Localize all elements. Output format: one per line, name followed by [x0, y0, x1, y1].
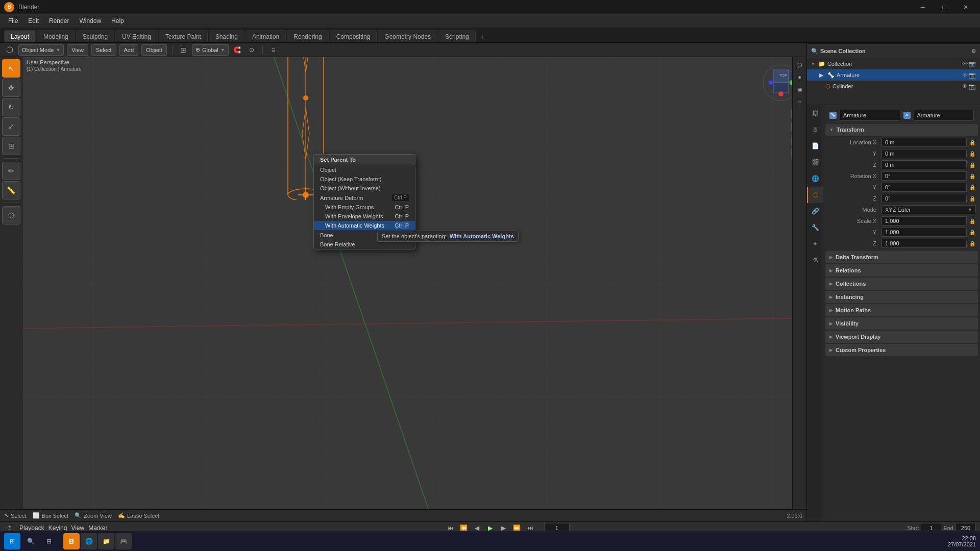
maximize-button[interactable]: □ [934, 0, 954, 14]
tab-sculpting[interactable]: Sculpting [76, 30, 114, 42]
display-mode[interactable]: ⬡ [794, 59, 805, 70]
tab-layout[interactable]: Layout [4, 30, 36, 42]
tab-shading[interactable]: Shading [209, 30, 244, 42]
tab-add-button[interactable]: + [477, 31, 488, 42]
object-tool[interactable]: ⬡ [2, 206, 20, 224]
delta-transform-header[interactable]: ▶ Delta Transform [825, 251, 978, 263]
tab-compositing[interactable]: Compositing [330, 30, 377, 42]
ctx-object-keep[interactable]: Object (Keep Transform) [314, 174, 415, 184]
object-mode-dropdown[interactable]: Object Mode ▼ [18, 44, 64, 56]
prop-tab-physics[interactable]: ⚗ [807, 252, 823, 268]
start-button[interactable]: ⊞ [4, 533, 20, 549]
move-tool[interactable]: ✥ [2, 79, 20, 97]
global-dropdown[interactable]: ⊕ Global ▼ [192, 44, 229, 56]
scale-x-lock[interactable]: 🔒 [969, 217, 976, 224]
menu-render[interactable]: Render [45, 16, 73, 26]
proportional-icon[interactable]: ⊙ [246, 44, 257, 56]
outliner-collection[interactable]: ▼ 📁 Collection 👁 📷 [807, 58, 980, 69]
prop-tab-view-layer[interactable]: 📄 [807, 138, 823, 154]
tab-scripting[interactable]: Scripting [438, 30, 476, 42]
box-select-tool[interactable]: ⬜ Box Select [33, 512, 69, 519]
lasso-select-tool[interactable]: ✍ Lasso Select [118, 512, 159, 519]
tab-texture-paint[interactable]: Texture Paint [159, 30, 208, 42]
scale-z-lock[interactable]: 🔒 [969, 240, 976, 247]
material-mode[interactable]: ◉ [794, 84, 805, 95]
menu-window[interactable]: Window [75, 16, 105, 26]
stats-icon[interactable]: ≡ [268, 44, 279, 56]
menu-help[interactable]: Help [107, 16, 128, 26]
object-menu[interactable]: Object [141, 44, 167, 56]
render-mode[interactable]: ○ [794, 96, 805, 107]
instancing-header[interactable]: ▶ Instancing [825, 291, 978, 303]
scale-z-value[interactable]: 1.000 [881, 239, 967, 248]
transform-header[interactable]: ▼ Transform [825, 123, 978, 136]
location-x-value[interactable]: 0 m [881, 138, 967, 147]
armature-render[interactable]: 📷 [969, 72, 976, 79]
taskbar-chrome[interactable]: 🌐 [81, 533, 97, 549]
rotate-tool[interactable]: ↻ [2, 98, 20, 116]
tab-animation[interactable]: Animation [246, 30, 286, 42]
cylinder-eye[interactable]: 👁 [962, 83, 968, 90]
location-y-value[interactable]: 0 m [881, 149, 967, 158]
menu-edit[interactable]: Edit [24, 16, 43, 26]
rotation-y-value[interactable]: 0° [881, 183, 967, 192]
prop-tab-constraints[interactable]: 🔗 [807, 203, 823, 219]
location-z-lock[interactable]: 🔒 [969, 161, 976, 168]
annotate-tool[interactable]: ✏ [2, 162, 20, 180]
ctx-object-without[interactable]: Object (Without Inverse) [314, 184, 415, 193]
armature-data-name[interactable]: Armature [914, 110, 974, 121]
solid-mode[interactable]: ● [794, 71, 805, 83]
collection-render[interactable]: 📷 [969, 61, 976, 67]
scale-y-lock[interactable]: 🔒 [969, 229, 976, 236]
close-button[interactable]: ✕ [955, 0, 976, 14]
armature-eye[interactable]: 👁 [962, 72, 968, 79]
view-menu[interactable]: View [67, 44, 88, 56]
cylinder-render[interactable]: 📷 [969, 83, 976, 90]
location-z-value[interactable]: 0 m [881, 160, 967, 169]
collection-eye[interactable]: 👁 [962, 61, 968, 67]
viewport[interactable]: User Perspective (1) Collection | Armatu… [22, 57, 806, 521]
rotation-z-lock[interactable]: 🔒 [969, 195, 976, 202]
cursor-tool[interactable]: ↖ [2, 59, 20, 78]
tab-geometry-nodes[interactable]: Geometry Nodes [378, 30, 437, 42]
prop-tab-render[interactable]: 🖼 [807, 105, 823, 121]
taskbar-steam[interactable]: 🎮 [115, 533, 132, 549]
rotation-x-value[interactable]: 0° [881, 171, 967, 181]
viewport-icon[interactable]: ⬡ [4, 44, 15, 56]
collections-header[interactable]: ▶ Collections [825, 278, 978, 290]
select-tool[interactable]: ↖ Select [4, 512, 27, 519]
rotation-z-value[interactable]: 0° [881, 194, 967, 203]
transform-tool[interactable]: ⊞ [2, 137, 20, 155]
tab-modeling[interactable]: Modeling [37, 30, 75, 42]
scale-tool[interactable]: ⤢ [2, 117, 20, 136]
custom-properties-header[interactable]: ▶ Custom Properties [825, 344, 978, 356]
task-view[interactable]: ⊟ [41, 533, 57, 549]
scale-y-value[interactable]: 1.000 [881, 228, 967, 237]
menu-file[interactable]: File [4, 16, 22, 26]
location-x-lock[interactable]: 🔒 [969, 139, 976, 146]
zoom-view-tool[interactable]: 🔍 Zoom View [75, 512, 112, 519]
taskbar-folder[interactable]: 📁 [98, 533, 114, 549]
minimize-button[interactable]: ─ [913, 0, 933, 14]
add-menu[interactable]: Add [119, 44, 139, 56]
rotation-y-lock[interactable]: 🔒 [969, 184, 976, 191]
rotation-mode-select[interactable]: XYZ Euler ▼ [881, 205, 976, 214]
search-button[interactable]: 🔍 [22, 533, 39, 549]
select-menu[interactable]: Select [91, 44, 116, 56]
visibility-header[interactable]: ▶ Visibility [825, 317, 978, 330]
ctx-empty-groups[interactable]: With Empty Groups Ctrl P [314, 203, 415, 212]
outliner-armature[interactable]: ▶ 🦴 Armature 👁 📷 [807, 69, 980, 81]
ctx-armature-deform[interactable]: Armature Deform Ctrl P [314, 193, 415, 203]
prop-tab-modifiers[interactable]: 🔧 [807, 219, 823, 236]
prop-tab-object[interactable]: ⬡ [807, 187, 823, 203]
viewport-display-header[interactable]: ▶ Viewport Display [825, 331, 978, 343]
measure-tool[interactable]: 📏 [2, 181, 20, 199]
location-y-lock[interactable]: 🔒 [969, 150, 976, 157]
ctx-automatic-weights[interactable]: With Automatic Weights Ctrl P [314, 221, 415, 230]
magnet-icon[interactable]: 🧲 [232, 44, 243, 56]
relations-header[interactable]: ▶ Relations [825, 264, 978, 277]
rotation-x-lock[interactable]: 🔒 [969, 172, 976, 180]
prop-tab-output[interactable]: 🖥 [807, 121, 823, 138]
prop-tab-world[interactable]: 🌐 [807, 170, 823, 187]
prop-tab-particles[interactable]: ✦ [807, 236, 823, 252]
